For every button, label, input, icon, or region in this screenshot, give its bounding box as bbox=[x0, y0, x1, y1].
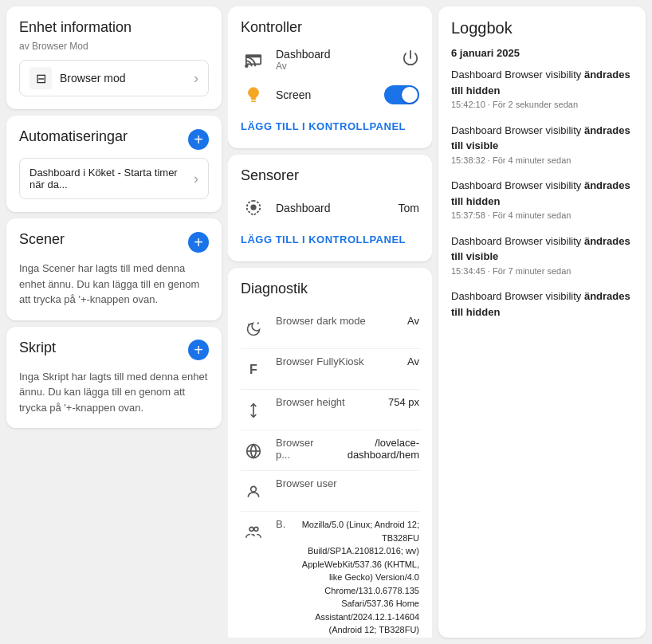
device-info-subtitle: av Browser Mod bbox=[19, 41, 209, 52]
svg-point-0 bbox=[245, 65, 248, 67]
log-entry-1-time: 15:42:10 · För 2 sekunder sedan bbox=[451, 98, 633, 112]
browser-mod-label: Browser mod bbox=[60, 72, 125, 84]
log-entry-3: Dashboard Browser visibility ändrades ti… bbox=[451, 178, 633, 222]
middle-column: Kontroller Dashboard Av bbox=[228, 6, 432, 638]
scener-card: Scener + Inga Scener har lagts till med … bbox=[6, 218, 222, 320]
diag-height-value: 754 px bbox=[388, 396, 419, 408]
diagnostik-card: Diagnostik Browser dark mode Av F Browse… bbox=[228, 268, 432, 638]
chevron-icon: › bbox=[194, 70, 198, 87]
automatiseringar-header: Automatiseringar + bbox=[19, 128, 209, 150]
diag-fullykiosk-row: F Browser FullyKiosk Av bbox=[241, 349, 419, 390]
diag-user-label: Browser user bbox=[276, 477, 410, 489]
add-automatisering-button[interactable]: + bbox=[188, 129, 209, 150]
automatiseringar-card: Automatiseringar + Dashboard i Köket - S… bbox=[6, 116, 222, 212]
log-entry-4-time: 15:34:45 · För 7 minuter sedan bbox=[451, 265, 633, 278]
sensorer-title: Sensorer bbox=[241, 167, 419, 184]
svg-point-9 bbox=[249, 527, 253, 531]
log-entry-4: Dashboard Browser visibility ändrades ti… bbox=[451, 234, 633, 278]
sensor-value: Tom bbox=[399, 202, 419, 214]
diag-path-value: /lovelace-dashboard/hem bbox=[324, 437, 419, 461]
diag-height-label: Browser height bbox=[276, 396, 379, 408]
scener-empty-text: Inga Scener har lagts till med denna enh… bbox=[19, 261, 209, 308]
loggbok-panel: Loggbok 6 januari 2025 Dashboard Browser… bbox=[438, 6, 646, 638]
sensor-row: Dashboard Tom bbox=[241, 195, 419, 221]
diag-darkmode-row: Browser dark mode Av bbox=[241, 308, 419, 349]
diag-path-row: Browser p... /lovelace-dashboard/hem bbox=[241, 430, 419, 471]
automatiseringar-title: Automatiseringar bbox=[19, 128, 128, 145]
svg-point-10 bbox=[254, 527, 258, 531]
screen-control-row: Screen bbox=[241, 82, 419, 108]
skript-header: Skript + bbox=[19, 340, 209, 361]
add-sensorer-button[interactable]: LÄGG TILL I KONTROLLPANEL bbox=[241, 230, 406, 249]
log-entry-1-text: Dashboard Browser visibility ändrades ti… bbox=[451, 67, 633, 98]
log-entry-4-text: Dashboard Browser visibility ändrades ti… bbox=[451, 234, 633, 265]
add-skript-button[interactable]: + bbox=[188, 340, 209, 360]
dashboard-control-row: Dashboard Av bbox=[241, 47, 419, 73]
skript-card: Skript + Inga Skript har lagts till med … bbox=[6, 327, 222, 429]
device-info-title: Enhet information bbox=[19, 19, 209, 36]
diag-user-row: Browser user bbox=[241, 471, 419, 512]
kontroller-card: Kontroller Dashboard Av bbox=[228, 6, 432, 148]
sensor-label-main: Dashboard bbox=[276, 202, 389, 214]
log-entry-3-text: Dashboard Browser visibility ändrades ti… bbox=[451, 178, 633, 209]
skript-empty-text: Inga Skript har lagts till med denna enh… bbox=[19, 369, 209, 416]
globe-icon bbox=[241, 438, 266, 464]
persons-icon bbox=[241, 520, 266, 545]
automatisering-row[interactable]: Dashboard i Köket - Starta timer när da.… bbox=[19, 158, 209, 199]
svg-line-4 bbox=[257, 323, 259, 324]
diag-darkmode-value: Av bbox=[407, 315, 419, 327]
log-entry-2: Dashboard Browser visibility ändrades ti… bbox=[451, 123, 633, 167]
sensor-icon bbox=[241, 195, 266, 221]
diag-path-label: Browser p... bbox=[276, 437, 314, 461]
device-info-card: Enhet information av Browser Mod ⊟ Brows… bbox=[6, 6, 222, 109]
skript-title: Skript bbox=[19, 340, 56, 356]
diag-useragent-row: B. Mozilla/5.0 (Linux; Android 12;TB328F… bbox=[241, 512, 419, 638]
diag-useragent-label: B. bbox=[276, 518, 293, 530]
bulb-icon bbox=[241, 82, 266, 108]
screen-label-main: Screen bbox=[276, 88, 375, 101]
scener-title: Scener bbox=[19, 231, 65, 248]
dashboard-control-label: Dashboard Av bbox=[276, 48, 392, 72]
log-entry-2-time: 15:38:32 · För 4 minuter sedan bbox=[451, 154, 633, 167]
svg-line-3 bbox=[248, 324, 249, 325]
svg-point-2 bbox=[251, 205, 256, 210]
diag-darkmode-label: Browser dark mode bbox=[276, 315, 398, 327]
diag-useragent-value: Mozilla/5.0 (Linux; Android 12;TB328FUBu… bbox=[302, 518, 419, 637]
log-entry-5: Dashboard Browser visibility ändrades ti… bbox=[451, 289, 633, 320]
auto-chevron-icon: › bbox=[194, 171, 198, 187]
kontroller-title: Kontroller bbox=[241, 19, 419, 36]
screen-toggle[interactable] bbox=[384, 85, 419, 104]
log-entry-1: Dashboard Browser visibility ändrades ti… bbox=[451, 67, 633, 112]
browser-mod-left: ⊟ Browser mod bbox=[29, 67, 125, 89]
diag-fullykiosk-label: Browser FullyKiosk bbox=[276, 355, 398, 367]
fullykiosk-icon: F bbox=[241, 357, 266, 383]
dashboard-power-button[interactable] bbox=[402, 49, 419, 71]
screen-control-label: Screen bbox=[276, 88, 375, 101]
add-kontroller-button[interactable]: LÄGG TILL I KONTROLLPANEL bbox=[241, 117, 406, 135]
log-entry-5-text: Dashboard Browser visibility ändrades ti… bbox=[451, 289, 633, 320]
diagnostik-title: Diagnostik bbox=[241, 281, 419, 297]
loggbok-title: Loggbok bbox=[451, 19, 633, 37]
dashboard-label-sub: Av bbox=[276, 61, 392, 72]
loggbok-scroll[interactable]: Dashboard Browser visibility ändrades ti… bbox=[451, 67, 633, 625]
automatisering-label: Dashboard i Köket - Starta timer när da.… bbox=[29, 167, 194, 190]
sensorer-card: Sensorer Dashboard Tom LÄGG TILL I KONTR… bbox=[228, 155, 432, 261]
add-scen-button[interactable]: + bbox=[188, 232, 209, 253]
diag-height-row: Browser height 754 px bbox=[241, 390, 419, 430]
browser-mod-icon: ⊟ bbox=[29, 67, 52, 89]
browser-mod-row[interactable]: ⊟ Browser mod › bbox=[19, 60, 209, 96]
log-entry-2-text: Dashboard Browser visibility ändrades ti… bbox=[451, 123, 633, 154]
svg-point-8 bbox=[251, 486, 257, 492]
loggbok-date: 6 januari 2025 bbox=[451, 47, 633, 59]
diag-fullykiosk-value: Av bbox=[407, 355, 419, 367]
sensor-dashboard-label: Dashboard bbox=[276, 202, 389, 214]
log-entry-3-time: 15:37:58 · För 4 minuter sedan bbox=[451, 209, 633, 222]
scener-header: Scener + bbox=[19, 231, 209, 253]
left-column: Enhet information av Browser Mod ⊟ Brows… bbox=[6, 6, 222, 638]
moon-icon bbox=[241, 316, 266, 342]
person-icon bbox=[241, 479, 266, 505]
cast-icon bbox=[241, 47, 266, 73]
dashboard-label-main: Dashboard bbox=[276, 48, 392, 61]
arrows-icon bbox=[241, 398, 266, 423]
